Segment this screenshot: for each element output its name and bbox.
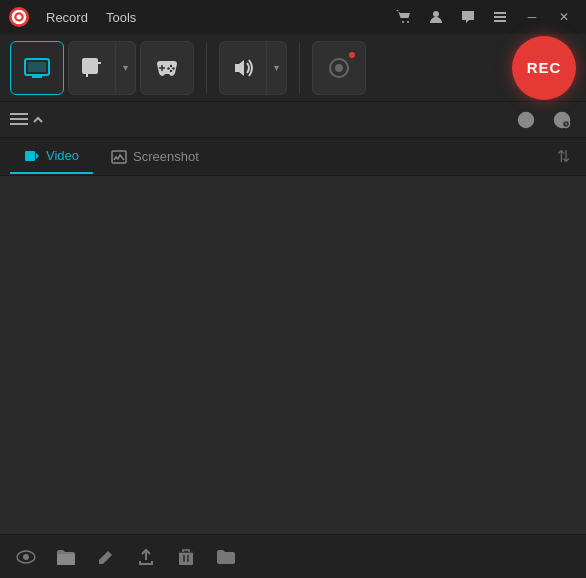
audio-button[interactable]: ▾ (219, 41, 287, 95)
svg-rect-23 (10, 113, 28, 115)
svg-point-19 (167, 67, 169, 69)
svg-rect-6 (494, 20, 506, 22)
svg-rect-36 (179, 552, 193, 565)
app-logo (8, 6, 30, 28)
game-record-button[interactable] (140, 41, 194, 95)
tab-screenshot[interactable]: Screenshot (97, 140, 213, 174)
svg-point-3 (433, 11, 439, 17)
crop-tool-button[interactable]: ▾ (68, 41, 136, 95)
menu-bar: Record Tools (38, 6, 382, 29)
svg-rect-24 (10, 118, 28, 120)
recording-time-button[interactable] (512, 106, 540, 134)
secondary-toolbar (0, 102, 586, 138)
open-folder-button[interactable] (52, 543, 80, 571)
menu-record[interactable]: Record (38, 6, 96, 29)
camera-active-indicator (347, 50, 357, 60)
svg-point-17 (172, 67, 174, 69)
screen-record-button[interactable] (10, 41, 64, 95)
menu-tools[interactable]: Tools (98, 6, 144, 29)
chat-icon[interactable] (454, 6, 482, 28)
upload-button[interactable] (132, 543, 160, 571)
toolbar-divider-1 (206, 43, 207, 93)
hamburger-icon[interactable] (486, 6, 514, 28)
tab-sort-button[interactable]: ⇅ (551, 143, 576, 170)
content-area (0, 176, 586, 534)
tab-video-label: Video (46, 148, 79, 163)
minimize-button[interactable]: ─ (518, 6, 546, 28)
edit-button[interactable] (92, 543, 120, 571)
svg-point-18 (170, 69, 172, 71)
close-button[interactable]: ✕ (550, 6, 578, 28)
svg-point-2 (17, 15, 22, 20)
record-button[interactable]: REC (512, 36, 576, 100)
audio-dropdown-arrow[interactable]: ▾ (266, 41, 286, 95)
record-label: REC (527, 59, 562, 76)
svg-rect-34 (57, 554, 75, 565)
svg-point-22 (335, 64, 343, 72)
svg-rect-11 (83, 59, 97, 73)
schedule-button[interactable] (548, 106, 576, 134)
tab-screenshot-label: Screenshot (133, 149, 199, 164)
svg-point-33 (23, 554, 29, 560)
user-icon[interactable] (422, 6, 450, 28)
svg-marker-30 (36, 153, 39, 159)
browse-button[interactable] (212, 543, 240, 571)
delete-button[interactable] (172, 543, 200, 571)
cart-icon[interactable] (390, 6, 418, 28)
svg-marker-20 (235, 60, 244, 76)
crop-icon (69, 41, 115, 95)
svg-rect-4 (494, 12, 506, 14)
title-bar: Record Tools (0, 0, 586, 34)
svg-rect-25 (10, 123, 28, 125)
toolbar: ▾ ▾ (0, 34, 586, 102)
bottom-toolbar (0, 534, 586, 578)
time-controls (512, 106, 576, 134)
svg-point-16 (170, 64, 172, 66)
svg-rect-10 (28, 62, 46, 72)
preview-button[interactable] (12, 543, 40, 571)
svg-rect-5 (494, 16, 506, 18)
list-toggle-button[interactable] (10, 112, 44, 128)
audio-icon (220, 41, 266, 95)
crop-dropdown-arrow[interactable]: ▾ (115, 41, 135, 95)
toolbar-divider-2 (299, 43, 300, 93)
tab-video[interactable]: Video (10, 140, 93, 174)
window-controls: ─ ✕ (390, 6, 578, 28)
tabs-bar: Video Screenshot ⇅ (0, 138, 586, 176)
toolbar-left-group: ▾ (10, 41, 194, 95)
camera-button[interactable] (312, 41, 366, 95)
svg-rect-29 (25, 151, 35, 161)
